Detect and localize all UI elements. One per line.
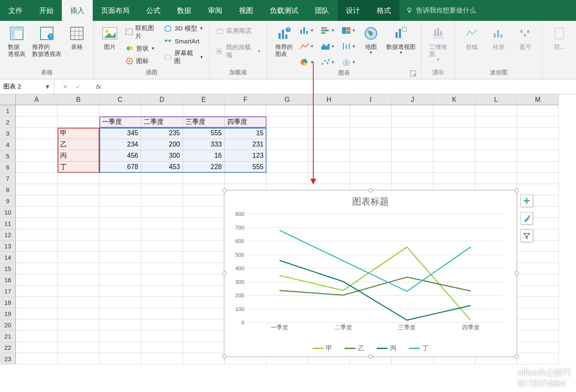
scatter-chart-icon[interactable]: ▼ [319,55,336,69]
cell[interactable] [266,162,308,173]
cancel-formula-icon[interactable]: ✕ [63,83,68,91]
chart-filter-button[interactable] [520,230,533,242]
cell[interactable] [475,128,517,139]
cell[interactable] [58,297,99,308]
col-header[interactable]: M [517,94,559,105]
cell[interactable] [99,319,141,331]
cell[interactable] [141,353,183,364]
row-header[interactable]: 23 [0,353,16,364]
radar-chart-icon[interactable]: ▼ [340,55,357,69]
cell[interactable] [141,184,183,195]
cell[interactable] [99,297,141,308]
cell[interactable] [392,128,434,139]
column-chart-icon[interactable]: ▼ [298,23,315,38]
cell[interactable] [141,229,183,240]
cell[interactable] [183,173,225,184]
line-chart-icon[interactable]: ▼ [298,39,315,53]
cell[interactable] [475,150,517,162]
cell[interactable] [58,319,99,331]
smartart-button[interactable]: SmartArt [162,36,205,46]
cell[interactable] [99,195,141,207]
cell[interactable] [16,195,58,207]
cell[interactable] [308,139,350,150]
cell[interactable] [99,286,141,297]
worksheet[interactable]: ABCDEFGHIJKLM 12345678910111213141516171… [0,94,576,105]
row-header[interactable]: 19 [0,308,16,319]
cell[interactable] [183,229,225,240]
cell[interactable] [517,139,559,150]
cell[interactable] [183,263,225,274]
cell[interactable] [350,173,392,184]
cell[interactable] [141,297,183,308]
cell[interactable] [141,173,183,184]
col-header[interactable]: I [350,94,392,105]
row-header[interactable]: 20 [0,319,16,331]
resize-handle[interactable] [515,271,519,276]
cell[interactable] [99,240,141,252]
row-header[interactable]: 9 [0,195,16,207]
tab-data[interactable]: 数据 [169,0,200,21]
cell[interactable] [517,105,559,116]
cell[interactable] [99,252,141,263]
tab-review[interactable]: 审阅 [200,0,231,21]
cell[interactable] [58,116,99,128]
cell[interactable] [475,162,517,173]
cell[interactable] [58,173,99,184]
cell[interactable] [517,342,559,353]
cell[interactable] [517,162,559,173]
cell[interactable] [16,308,58,319]
cell[interactable] [183,207,225,218]
row-header[interactable]: 6 [0,162,16,173]
cell[interactable] [16,207,58,218]
cell[interactable] [266,150,308,162]
col-header[interactable]: D [141,94,183,105]
cell[interactable] [434,105,475,116]
cell[interactable] [16,240,58,252]
cell[interactable] [517,184,559,195]
cell[interactable] [99,274,141,286]
row-header[interactable]: 7 [0,173,16,184]
cell[interactable] [99,308,141,319]
cell[interactable] [16,353,58,364]
cell[interactable] [517,319,559,331]
cell[interactable] [517,263,559,274]
cell[interactable] [434,139,475,150]
cell[interactable] [141,195,183,207]
sparkcolumn-button[interactable]: 柱形 [486,23,511,52]
cell[interactable] [99,105,141,116]
cell[interactable] [392,116,434,128]
cell[interactable] [183,353,225,364]
cell[interactable] [99,207,141,218]
cell[interactable] [517,150,559,162]
cell[interactable] [141,263,183,274]
cell[interactable] [58,353,99,364]
cell[interactable] [141,105,183,116]
cell[interactable] [350,150,392,162]
cell[interactable] [392,105,434,116]
tab-file[interactable]: 文件 [0,0,31,21]
cell[interactable] [16,128,58,139]
cell[interactable] [58,274,99,286]
resize-handle[interactable] [222,271,226,276]
cell[interactable] [434,173,475,184]
online-picture-button[interactable]: 联机图片 [124,23,161,41]
cell[interactable] [183,105,225,116]
recommended-chart-button[interactable]: ?推荐的 图表 [272,23,297,59]
cell[interactable] [308,105,350,116]
row-header[interactable]: 8 [0,184,16,195]
column-headers[interactable]: ABCDEFGHIJKLM [16,94,576,105]
cell[interactable] [475,116,517,128]
col-header[interactable]: J [392,94,434,105]
row-header[interactable]: 5 [0,150,16,162]
cell[interactable] [517,274,559,286]
tab-team[interactable]: 团队 [307,0,337,21]
row-header[interactable]: 17 [0,286,16,297]
cell[interactable] [16,184,58,195]
tab-loadtest[interactable]: 负载测试 [261,0,307,21]
row-header[interactable]: 10 [0,207,16,218]
picture-button[interactable]: 图片 [98,23,122,52]
cell[interactable] [266,139,308,150]
row-header[interactable]: 15 [0,263,16,274]
store-button[interactable]: 应用商店 [214,26,263,36]
cell[interactable] [16,139,58,150]
